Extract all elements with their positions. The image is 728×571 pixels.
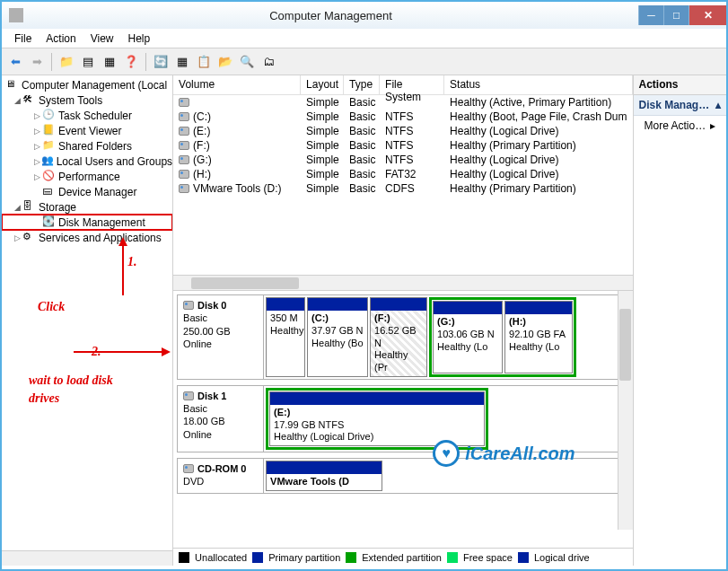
maximize-button[interactable]: □ [663, 5, 689, 25]
menu-help[interactable]: Help [121, 31, 158, 47]
tree-root[interactable]: 🖥 Computer Management (Local [2, 77, 172, 92]
volume-type: Basic [344, 110, 380, 123]
volume-icon [179, 127, 189, 136]
tool-btn-8[interactable]: 📂 [215, 52, 235, 72]
annotation-click: Click [38, 300, 65, 314]
tree-event-viewer[interactable]: ▷📒Event Viewer [2, 123, 172, 138]
tree-hscrollbar[interactable] [2, 550, 172, 566]
disk-name: Disk 1 [197, 390, 226, 402]
tree-label: Services and Applications [39, 232, 162, 244]
disk-label[interactable]: Disk 1Basic18.00 GBOnline [178, 386, 264, 452]
tool-btn-7[interactable]: 📋 [194, 52, 214, 72]
volume-type: Basic [344, 139, 380, 152]
volume-row[interactable]: (E:)SimpleBasicNTFSHealthy (Logical Driv… [173, 124, 632, 138]
properties-button[interactable]: ▦ [100, 52, 119, 72]
collapse-icon[interactable]: ◢ [13, 96, 22, 105]
volume-layout: Simple [301, 168, 344, 180]
col-layout[interactable]: Layout [301, 75, 344, 94]
volume-list: Volume Layout Type File System Status Si… [173, 75, 632, 291]
expand-icon[interactable]: ▷ [32, 127, 42, 136]
volume-layout: Simple [301, 139, 344, 152]
show-hide-tree-button[interactable]: ▤ [78, 52, 98, 72]
disk-label[interactable]: Disk 0Basic250.00 GBOnline [178, 295, 264, 379]
volume-row[interactable]: (C:)SimpleBasicNTFSHealthy (Boot, Page F… [173, 110, 632, 124]
back-button[interactable]: ⬅ [5, 52, 25, 72]
actions-pane: Actions Disk Manag… ▴ More Actio… ▸ [634, 75, 727, 566]
tree-shared-folders[interactable]: ▷📁Shared Folders [2, 138, 172, 154]
col-filesystem[interactable]: File System [380, 75, 444, 94]
volume-row[interactable]: (G:)SimpleBasicNTFSHealthy (Logical Driv… [173, 153, 632, 167]
expand-icon[interactable]: ▷ [32, 172, 42, 181]
tree-system-tools[interactable]: ◢ 🛠 System Tools [2, 92, 172, 108]
collapse-icon[interactable]: ◢ [13, 203, 22, 212]
partition[interactable]: (C:)37.97 GB NHealthy (Bo [307, 297, 368, 377]
partition[interactable]: (H:)92.10 GB FAHealthy (Lo [504, 301, 573, 373]
volume-icon [179, 155, 189, 164]
volume-row[interactable]: VMware Tools (D:)SimpleBasicCDFSHealthy … [173, 181, 632, 196]
minimize-button[interactable]: ─ [638, 5, 663, 25]
expand-icon[interactable]: ▷ [32, 142, 42, 151]
arrow-right-icon [74, 343, 172, 361]
app-icon [9, 8, 23, 22]
tree-task-scheduler[interactable]: ▷🕒Task Scheduler [2, 108, 172, 123]
volume-name: (G:) [193, 154, 212, 166]
volume-hscrollbar[interactable] [173, 275, 632, 290]
volume-layout: Simple [301, 96, 344, 109]
menu-file[interactable]: File [7, 31, 39, 47]
tree-label: Performance [58, 171, 120, 183]
partition-label: (C:) [311, 312, 364, 325]
tree-services-apps[interactable]: ▷⚙Services and Applications [2, 230, 172, 245]
expand-icon[interactable]: ▷ [32, 157, 41, 166]
col-status[interactable]: Status [444, 75, 632, 94]
watermark-text: iCareAll.com [465, 444, 575, 464]
expand-icon[interactable]: ▷ [13, 233, 22, 242]
window-title: Computer Management [23, 9, 638, 22]
partition[interactable]: (F:)16.52 GB NHealthy (Pr [370, 297, 427, 377]
tree-performance[interactable]: ▷🚫Performance [2, 169, 172, 184]
content-pane: Volume Layout Type File System Status Si… [173, 75, 633, 566]
volume-type: Basic [344, 154, 380, 166]
menu-view[interactable]: View [83, 31, 121, 47]
partition[interactable]: VMware Tools (D [266, 461, 382, 491]
up-button[interactable]: 📁 [57, 52, 76, 72]
volume-name: VMware Tools (D:) [193, 182, 281, 195]
tree-device-manager[interactable]: 🖴Device Manager [2, 184, 172, 199]
tool-btn-6[interactable]: ▦ [172, 52, 192, 72]
close-button[interactable]: ✕ [689, 5, 726, 25]
volume-status: Healthy (Primary Partition) [444, 182, 632, 195]
refresh-button[interactable]: 🔄 [151, 52, 171, 72]
disk-mgmt-icon: 💽 [42, 215, 57, 230]
tool-btn-9[interactable]: 🔍 [237, 52, 257, 72]
menu-action[interactable]: Action [39, 31, 83, 47]
partition-label: VMware Tools (D [270, 476, 378, 488]
arrow-up-icon [110, 237, 136, 300]
volume-layout: Simple [301, 182, 344, 195]
partition[interactable]: (G:)103.06 GB NHealthy (Lo [433, 301, 503, 373]
content-vscrollbar[interactable] [618, 291, 633, 530]
forward-button[interactable]: ➡ [27, 52, 47, 72]
expand-icon[interactable]: ▷ [32, 111, 42, 120]
volume-status: Healthy (Logical Drive) [444, 168, 632, 180]
tree-disk-management[interactable]: 💽Disk Management [2, 215, 172, 230]
help-toolbar-button[interactable]: ❓ [121, 52, 141, 72]
tree-label: Shared Folders [58, 140, 132, 153]
col-volume[interactable]: Volume [173, 75, 301, 94]
partition[interactable]: 350 MHealthy [266, 297, 305, 377]
partition[interactable]: (E:)17.99 GB NTFSHealthy (Logical Drive) [269, 391, 485, 446]
volume-icon [179, 141, 189, 150]
actions-group[interactable]: Disk Manag… ▴ [634, 95, 727, 116]
volume-icon [179, 112, 189, 121]
actions-more[interactable]: More Actio… ▸ [634, 116, 727, 136]
volume-row[interactable]: (H:)SimpleBasicFAT32Healthy (Logical Dri… [173, 167, 632, 181]
col-type[interactable]: Type [344, 75, 380, 94]
disk-label[interactable]: CD-ROM 0DVD [178, 459, 264, 493]
tool-btn-10[interactable]: 🗂 [259, 52, 278, 72]
volume-row[interactable]: (F:)SimpleBasicNTFSHealthy (Primary Part… [173, 138, 632, 153]
volume-header: Volume Layout Type File System Status [173, 75, 632, 95]
tree-storage[interactable]: ◢🗄Storage [2, 199, 172, 215]
partition-size: 103.06 GB N [437, 329, 498, 341]
services-icon: ⚙ [22, 231, 37, 245]
actions-header: Actions [634, 75, 727, 95]
tools-icon: 🛠 [22, 93, 37, 108]
tree-local-users[interactable]: ▷👥Local Users and Groups [2, 154, 172, 169]
